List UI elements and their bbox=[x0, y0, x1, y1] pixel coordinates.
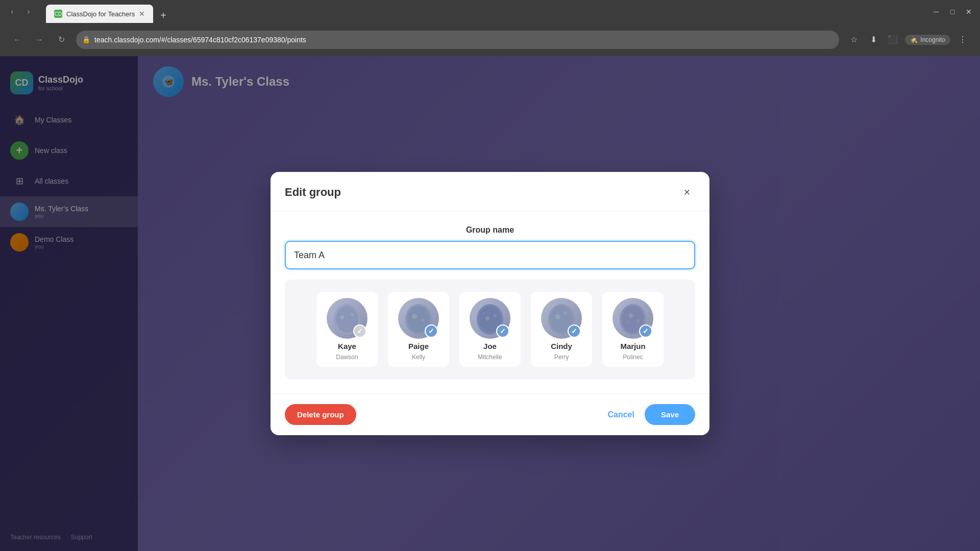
cindy-check-badge: ✓ bbox=[568, 324, 581, 338]
marjun-check-badge: ✓ bbox=[639, 324, 652, 338]
address-wrapper: 🔒 bbox=[76, 31, 839, 49]
address-bar: ← → ↻ 🔒 ☆ ⬇ ⬛ 🕵 Incognito ⋮ bbox=[0, 23, 980, 56]
svg-point-12 bbox=[485, 316, 489, 320]
svg-point-8 bbox=[412, 314, 417, 319]
cancel-button[interactable]: Cancel bbox=[607, 410, 634, 419]
incognito-label: Incognito bbox=[920, 36, 945, 43]
svg-point-5 bbox=[351, 313, 354, 316]
joe-first-name: Joe bbox=[483, 342, 497, 350]
extensions-icon[interactable]: ⬛ bbox=[886, 33, 900, 47]
lock-icon: 🔒 bbox=[82, 36, 90, 43]
kaye-last-name: Dawson bbox=[336, 354, 358, 361]
close-button[interactable]: ✕ bbox=[963, 6, 975, 18]
kaye-check-badge: ✓ bbox=[353, 324, 366, 338]
paige-avatar-wrapper: ✓ bbox=[398, 298, 439, 339]
svg-point-18 bbox=[564, 312, 567, 315]
browser-back-button[interactable]: ‹ bbox=[5, 5, 19, 19]
incognito-badge: 🕵 Incognito bbox=[905, 35, 950, 45]
svg-point-13 bbox=[494, 314, 497, 317]
marjun-first-name: Marjun bbox=[620, 342, 645, 350]
edit-group-modal: Edit group × Group name bbox=[271, 172, 709, 435]
maximize-button[interactable]: □ bbox=[946, 6, 959, 18]
svg-point-4 bbox=[340, 315, 344, 319]
reload-button[interactable]: ↻ bbox=[54, 33, 68, 47]
delete-group-button[interactable]: Delete group bbox=[285, 404, 356, 425]
member-card-paige[interactable]: ✓ Paige Kelly bbox=[388, 292, 449, 367]
kaye-avatar-wrapper: ✓ bbox=[327, 298, 368, 339]
svg-point-21 bbox=[629, 314, 633, 318]
tab-title: ClassDojo for Teachers bbox=[66, 10, 135, 18]
address-input[interactable] bbox=[76, 31, 839, 49]
tab-favicon: CD bbox=[54, 10, 62, 18]
marjun-avatar-wrapper: ✓ bbox=[612, 298, 653, 339]
members-section: ✓ Kaye Dawson bbox=[285, 280, 695, 379]
svg-point-17 bbox=[555, 314, 560, 319]
joe-last-name: Mitchelle bbox=[478, 354, 502, 361]
member-card-marjun[interactable]: ✓ Marjun Polinec bbox=[602, 292, 664, 367]
cindy-first-name: Cindy bbox=[551, 342, 572, 350]
tab-close-button[interactable]: ✕ bbox=[139, 10, 145, 18]
menu-icon[interactable]: ⋮ bbox=[955, 33, 970, 47]
marjun-last-name: Polinec bbox=[623, 354, 643, 361]
modal-overlay: Edit group × Group name bbox=[0, 56, 980, 551]
modal-footer-right: Cancel Save bbox=[607, 404, 695, 425]
modal-title: Edit group bbox=[285, 186, 341, 199]
tab-bar: CD ClassDojo for Teachers ✕ + bbox=[41, 0, 930, 23]
group-name-section: Group name bbox=[285, 226, 695, 269]
member-card-cindy[interactable]: ✓ Cindy Perry bbox=[531, 292, 592, 367]
browser-chrome: ‹ › CD ClassDojo for Teachers ✕ + ─ □ ✕ … bbox=[0, 0, 980, 56]
star-icon[interactable]: ☆ bbox=[847, 33, 861, 47]
browser-forward-button[interactable]: › bbox=[21, 5, 36, 19]
toolbar-right: ☆ ⬇ ⬛ 🕵 Incognito ⋮ bbox=[847, 33, 970, 47]
cindy-avatar-wrapper: ✓ bbox=[541, 298, 582, 339]
minimize-button[interactable]: ─ bbox=[930, 6, 942, 18]
cindy-last-name: Perry bbox=[554, 354, 569, 361]
incognito-icon: 🕵 bbox=[910, 36, 918, 43]
group-name-input[interactable] bbox=[285, 241, 695, 269]
paige-first-name: Paige bbox=[408, 342, 429, 350]
paige-last-name: Kelly bbox=[412, 354, 425, 361]
svg-point-9 bbox=[421, 319, 424, 322]
back-button[interactable]: ← bbox=[10, 33, 24, 47]
svg-point-22 bbox=[636, 319, 640, 322]
new-tab-button[interactable]: + bbox=[156, 8, 171, 23]
member-card-joe[interactable]: ✓ Joe Mitchelle bbox=[459, 292, 521, 367]
modal-footer: Delete group Cancel Save bbox=[271, 393, 709, 435]
svg-point-23 bbox=[627, 321, 629, 323]
modal-body: Group name bbox=[271, 211, 709, 393]
member-card-kaye[interactable]: ✓ Kaye Dawson bbox=[316, 292, 378, 367]
group-name-label: Group name bbox=[285, 226, 695, 235]
browser-title-bar: ‹ › CD ClassDojo for Teachers ✕ + ─ □ ✕ bbox=[0, 0, 980, 23]
modal-header: Edit group × bbox=[271, 172, 709, 211]
joe-avatar-wrapper: ✓ bbox=[470, 298, 510, 339]
forward-button[interactable]: → bbox=[32, 33, 46, 47]
download-icon[interactable]: ⬇ bbox=[866, 33, 880, 47]
save-button[interactable]: Save bbox=[645, 404, 695, 425]
active-tab[interactable]: CD ClassDojo for Teachers ✕ bbox=[46, 5, 153, 23]
paige-check-badge: ✓ bbox=[425, 324, 438, 338]
members-grid: ✓ Kaye Dawson bbox=[297, 292, 683, 367]
modal-close-button[interactable]: × bbox=[679, 184, 695, 201]
joe-check-badge: ✓ bbox=[496, 324, 509, 338]
kaye-first-name: Kaye bbox=[338, 342, 356, 350]
svg-point-14 bbox=[483, 312, 485, 314]
